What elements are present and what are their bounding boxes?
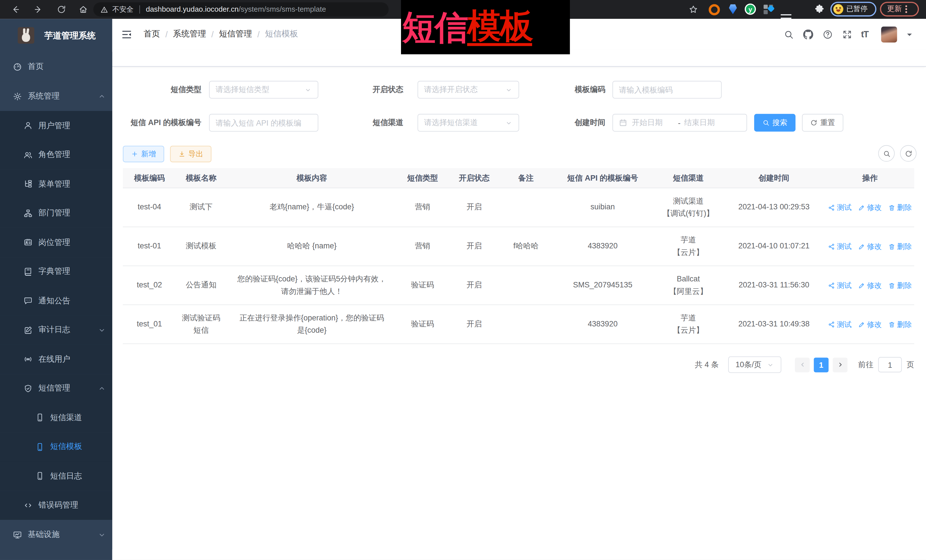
sidebar-item-post-mgmt[interactable]: 岗位管理 — [0, 228, 112, 257]
phone-icon — [35, 472, 44, 480]
status-select[interactable]: 请选择开启状态 — [418, 81, 519, 98]
sidebar-item-audit-log[interactable]: 审计日志 — [0, 315, 112, 345]
sidebar-item-label: 审计日志 — [38, 325, 70, 335]
cell-code: test-01 — [123, 240, 176, 252]
browser-forward-icon[interactable] — [33, 5, 43, 14]
address-bar[interactable]: 不安全 dashboard.yudao.iocoder.cn/system/sm… — [93, 2, 389, 17]
refresh-icon — [904, 149, 912, 157]
update-label: 更新 — [887, 4, 902, 14]
cell-status: 开启 — [448, 279, 501, 291]
sidebar-item-user-mgmt[interactable]: 用户管理 — [0, 111, 112, 140]
sidebar-item-sms-channel[interactable]: 短信渠道 — [0, 403, 112, 432]
delete-link[interactable]: 删除 — [888, 279, 912, 291]
sidebar-item-sms-mgmt[interactable]: 短信管理 — [0, 374, 112, 403]
breadcrumb-system[interactable]: 系统管理 — [173, 29, 206, 39]
date-range-picker[interactable]: 开始日期 - 结束日期 — [613, 114, 747, 131]
channel-placeholder: 请选择短信渠道 — [424, 117, 505, 128]
breadcrumb-home[interactable]: 首页 — [144, 29, 160, 39]
chevron-down-icon — [766, 361, 774, 368]
url-text: dashboard.yudao.iocoder.cn/system/sms/sm… — [146, 5, 326, 14]
test-link[interactable]: 测试 — [828, 318, 852, 330]
reset-button[interactable]: 重置 — [802, 114, 843, 131]
test-link[interactable]: 测试 — [828, 279, 852, 291]
breadcrumb-separator: / — [257, 30, 260, 39]
search-icon — [883, 149, 890, 157]
search-button[interactable]: 搜索 — [754, 114, 796, 131]
github-icon[interactable] — [803, 30, 813, 39]
sms-type-select[interactable]: 请选择短信类型 — [209, 81, 318, 98]
next-page-button[interactable] — [833, 357, 847, 372]
toggle-search-button[interactable] — [878, 145, 895, 162]
sidebar-item-infrastructure[interactable]: 基础设施 — [0, 520, 112, 549]
api-template-id-input[interactable] — [209, 114, 318, 131]
template-code-input[interactable] — [613, 81, 722, 98]
edit-link[interactable]: 修改 — [858, 279, 882, 291]
sidebar-item-home[interactable]: 首页 — [0, 52, 112, 82]
reset-button-label: 重置 — [820, 118, 835, 128]
sidebar-item-label: 短信管理 — [38, 383, 70, 394]
export-button[interactable]: 导出 — [170, 146, 212, 162]
cell-content: 正在进行登录操作{operation}，您的验证码是{code} — [226, 312, 398, 337]
browser-back-icon[interactable] — [11, 5, 20, 14]
sidebar-item-online-users[interactable]: 在线用户 — [0, 345, 112, 374]
chevron-down-icon — [97, 530, 106, 539]
url-divider — [139, 5, 140, 14]
browser-update-chip[interactable]: 更新 — [880, 2, 919, 17]
extension-donut-icon[interactable] — [709, 4, 720, 15]
col-content: 模板内容 — [226, 168, 398, 187]
sms-type-placeholder: 请选择短信类型 — [215, 84, 304, 95]
font-size-icon[interactable]: tT — [861, 29, 868, 39]
sidebar-item-system-mgmt[interactable]: 系统管理 — [0, 82, 112, 111]
sidebar-item-error-code-mgmt[interactable]: 错误码管理 — [0, 491, 112, 520]
table-header: 模板编码模板名称模板内容短信类型开启状态备注短信 API 的模板编号短信渠道创建… — [123, 168, 914, 188]
cell-api-template-id: 4383920 — [551, 240, 654, 252]
share-icon — [828, 243, 835, 250]
sidebar-item-notice[interactable]: 通知公告 — [0, 286, 112, 315]
extension-y-icon[interactable]: y — [745, 3, 756, 15]
test-link[interactable]: 测试 — [828, 240, 852, 252]
sidebar-item-dept-mgmt[interactable]: 部门管理 — [0, 199, 112, 228]
sidebar-item-sms-template[interactable]: 短信模板 — [0, 432, 112, 462]
fullscreen-icon[interactable] — [842, 30, 852, 39]
sidebar-item-menu-mgmt[interactable]: 菜单管理 — [0, 169, 112, 199]
refresh-table-button[interactable] — [900, 145, 917, 162]
breadcrumb-sms[interactable]: 短信管理 — [219, 29, 252, 39]
sidebar-collapse-icon[interactable] — [121, 29, 132, 40]
sidebar-item-dict-mgmt[interactable]: 字典管理 — [0, 257, 112, 286]
cell-channel: 芋道【云片】 — [654, 312, 722, 337]
bookmark-star-icon[interactable] — [688, 5, 698, 14]
help-icon[interactable] — [823, 30, 832, 39]
sidebar: 芋道管理系统 首页系统管理用户管理角色管理菜单管理部门管理岗位管理字典管理通知公… — [0, 19, 112, 560]
cell-status: 开启 — [448, 318, 501, 331]
page-size-select[interactable]: 10条/页 — [728, 356, 781, 373]
goto-page-input[interactable] — [878, 357, 902, 372]
cell-api-template-id: 4383920 — [551, 318, 654, 331]
delete-link[interactable]: 删除 — [888, 201, 912, 213]
user-avatar[interactable] — [881, 27, 897, 42]
edit-link[interactable]: 修改 — [858, 318, 882, 330]
test-link[interactable]: 测试 — [828, 201, 852, 213]
edit-link[interactable]: 修改 — [858, 201, 882, 213]
extension-grid-icon[interactable] — [764, 5, 773, 14]
browser-reload-icon[interactable] — [57, 5, 66, 14]
header-search-icon[interactable] — [784, 30, 794, 39]
browser-profile-chip[interactable]: 已暂停 — [830, 2, 876, 17]
extension-pin-icon[interactable] — [729, 4, 737, 14]
prev-page-button[interactable] — [795, 357, 810, 372]
page-1-button[interactable]: 1 — [814, 357, 829, 372]
browser-menu-icon[interactable] — [905, 5, 907, 13]
cell-code: test_02 — [123, 279, 176, 291]
extensions-puzzle-icon[interactable] — [814, 4, 824, 14]
sidebar-item-role-mgmt[interactable]: 角色管理 — [0, 140, 112, 169]
edit-link[interactable]: 修改 — [858, 240, 882, 252]
col-name: 模板名称 — [176, 168, 226, 187]
sidebar-item-sms-log[interactable]: 短信日志 — [0, 462, 112, 491]
channel-select[interactable]: 请选择短信渠道 — [418, 114, 519, 131]
security-label: 不安全 — [112, 5, 134, 15]
avatar-caret-icon[interactable] — [907, 33, 912, 38]
browser-home-icon[interactable] — [79, 5, 88, 14]
add-button[interactable]: 新增 — [123, 146, 164, 162]
app-logo[interactable]: 芋道管理系统 — [0, 19, 112, 52]
delete-link[interactable]: 删除 — [888, 240, 912, 252]
delete-link[interactable]: 删除 — [888, 318, 912, 330]
